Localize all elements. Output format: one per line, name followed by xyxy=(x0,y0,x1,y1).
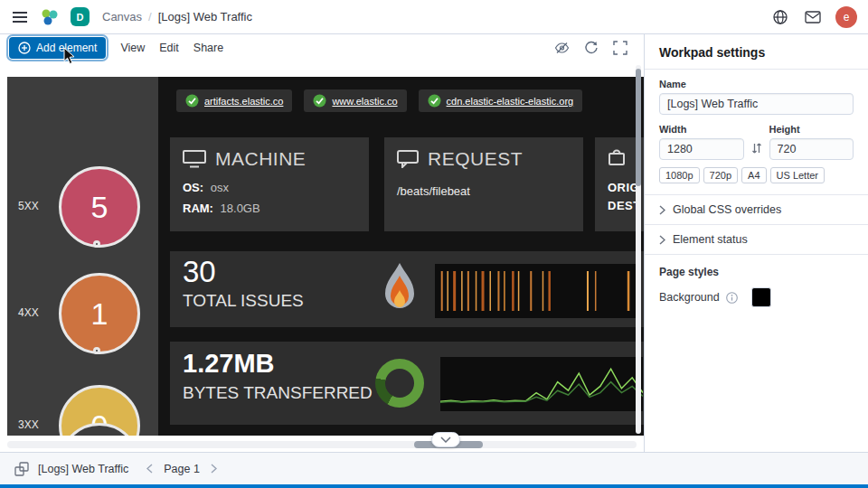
request-path: /beats/filebeat xyxy=(397,184,571,198)
machine-panel[interactable]: MACHINE OS: osx RAM: 18.0GB xyxy=(170,137,369,231)
os-value: osx xyxy=(211,181,229,194)
ram-value: 18.0GB xyxy=(221,202,260,215)
divider xyxy=(645,69,868,70)
name-label: Name xyxy=(659,79,854,89)
domain-link[interactable]: www.elastic.co xyxy=(332,96,397,107)
elastic-logo[interactable] xyxy=(38,5,61,29)
issues-barcode-chart[interactable] xyxy=(435,264,637,318)
add-element-button[interactable]: Add element xyxy=(9,37,106,59)
hamburger-menu-icon[interactable] xyxy=(11,9,29,25)
speech-bubble-icon xyxy=(397,150,419,168)
hide-editing-controls-eye-icon[interactable] xyxy=(552,39,571,57)
user-avatar[interactable]: e xyxy=(835,6,857,28)
check-circle-icon xyxy=(428,94,441,108)
canvas-workspace: 5XX 5 4XX 1 3XX 0 xyxy=(0,61,644,452)
gauge-dot xyxy=(93,240,100,248)
status-5xx-label: 5XX xyxy=(18,200,39,212)
toolbar-right-icons xyxy=(552,39,635,57)
previous-page-chevron-icon[interactable] xyxy=(145,462,155,475)
breadcrumb: Canvas / [Logs] Web Traffic xyxy=(102,10,252,23)
status-4xx-value: 1 xyxy=(91,296,108,332)
background-label: Background xyxy=(659,291,720,304)
breadcrumb-canvas[interactable]: Canvas xyxy=(102,10,142,23)
info-icon xyxy=(726,292,738,304)
status-5xx-value: 5 xyxy=(91,190,108,225)
mail-icon[interactable] xyxy=(803,9,823,25)
globe-icon[interactable] xyxy=(770,7,790,27)
view-menu-item[interactable]: View xyxy=(120,42,145,54)
ram-label: RAM: xyxy=(183,202,213,215)
next-page-chevron-icon[interactable] xyxy=(209,462,219,475)
status-4xx-label: 4XX xyxy=(18,306,39,319)
size-presets: 1080p 720p A4 US Letter xyxy=(659,167,854,183)
top-header-bar: D Canvas / [Logs] Web Traffic e xyxy=(0,0,868,34)
domain-link[interactable]: artifacts.elastic.co xyxy=(204,96,283,107)
status-code-strip: 5XX 5 4XX 1 3XX 0 xyxy=(7,77,158,436)
plus-circle-icon xyxy=(18,42,31,54)
total-issues-panel[interactable]: 30 TOTAL ISSUES xyxy=(170,251,644,327)
vertical-scrollbar-thumb[interactable] xyxy=(636,69,641,186)
request-title: REQUEST xyxy=(428,148,523,170)
machine-title: MACHINE xyxy=(215,148,306,170)
page-label[interactable]: Page 1 xyxy=(164,463,200,475)
chevron-right-icon xyxy=(659,235,665,245)
monitor-icon xyxy=(183,150,206,168)
element-status-label: Element status xyxy=(673,233,748,246)
width-label: Width xyxy=(659,124,744,135)
page-navigation: Page 1 xyxy=(145,462,219,475)
kibana-canvas-app: D Canvas / [Logs] Web Traffic e xyxy=(0,0,868,488)
domain-pill-cdn[interactable]: cdn.elastic-elastic-elastic.org xyxy=(419,89,583,112)
gauge-dot xyxy=(93,347,100,354)
os-label: OS: xyxy=(183,181,203,194)
refresh-icon[interactable] xyxy=(582,39,600,57)
divider xyxy=(645,254,868,255)
share-menu-item[interactable]: Share xyxy=(193,42,223,54)
preset-us-letter[interactable]: US Letter xyxy=(770,167,825,183)
chevron-right-icon xyxy=(659,205,665,215)
flame-icon xyxy=(382,262,418,316)
workpad[interactable]: 5XX 5 4XX 1 3XX 0 xyxy=(7,77,644,436)
preset-720p[interactable]: 720p xyxy=(703,167,738,183)
fullscreen-icon[interactable] xyxy=(611,39,629,57)
edit-menu-item[interactable]: Edit xyxy=(159,42,179,54)
status-5xx-circle[interactable]: 5 xyxy=(59,166,140,248)
bottom-accent-strip xyxy=(0,484,868,488)
domain-pill-www[interactable]: www.elastic.co xyxy=(304,89,406,112)
breadcrumb-separator: / xyxy=(148,10,152,23)
swap-dimensions-icon[interactable] xyxy=(750,140,764,156)
domain-pills: artifacts.elastic.co www.elastic.co cdn.… xyxy=(176,89,582,112)
space-switcher-badge[interactable]: D xyxy=(71,7,90,26)
breadcrumb-current: [Logs] Web Traffic xyxy=(158,10,252,23)
bytes-donut-chart[interactable] xyxy=(375,359,424,408)
global-css-label: Global CSS overrides xyxy=(673,203,781,216)
bag-icon xyxy=(608,148,626,166)
add-element-label: Add element xyxy=(36,42,97,54)
workpad-name-input[interactable] xyxy=(659,93,854,115)
width-input[interactable] xyxy=(659,138,744,160)
height-input[interactable] xyxy=(769,138,854,160)
bytes-transferred-panel[interactable]: 1.27MB BYTES TRANSFERRED xyxy=(170,342,644,425)
element-status-accordion[interactable]: Element status xyxy=(659,225,854,254)
bytes-line-chart[interactable] xyxy=(440,357,643,411)
global-css-accordion[interactable]: Global CSS overrides xyxy=(659,195,854,224)
header-actions: e xyxy=(770,6,857,28)
request-panel[interactable]: REQUEST /beats/filebeat xyxy=(384,137,583,231)
background-color-swatch[interactable] xyxy=(751,287,771,307)
settings-title: Workpad settings xyxy=(659,43,854,69)
scroll-down-button[interactable] xyxy=(431,432,460,447)
bytes-label: BYTES TRANSFERRED xyxy=(183,383,373,403)
preset-a4[interactable]: A4 xyxy=(741,167,766,183)
layers-icon xyxy=(14,462,29,476)
issues-value: 30 xyxy=(183,255,216,289)
vertical-scrollbar[interactable] xyxy=(636,65,641,434)
domain-pill-artifacts[interactable]: artifacts.elastic.co xyxy=(176,89,292,112)
bytes-value: 1.27MB xyxy=(183,349,275,379)
preset-1080p[interactable]: 1080p xyxy=(659,167,700,183)
chevron-down-icon xyxy=(440,436,451,443)
check-circle-icon xyxy=(313,94,326,108)
domain-link[interactable]: cdn.elastic-elastic-elastic.org xyxy=(447,96,574,107)
horizontal-scrollbar[interactable] xyxy=(7,441,637,448)
page-styles-heading: Page styles xyxy=(659,266,854,278)
workpad-settings-panel: Workpad settings Name Width Height 1080p xyxy=(644,34,868,452)
status-4xx-circle[interactable]: 1 xyxy=(59,273,140,354)
